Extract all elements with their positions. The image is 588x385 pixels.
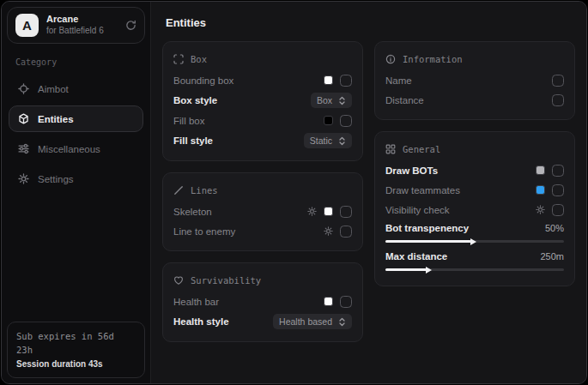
setting-row-health-bar: Health bar	[173, 292, 352, 311]
setting-label: Fill style	[173, 135, 213, 146]
slider-thumb[interactable]	[470, 238, 476, 245]
gear-icon[interactable]	[324, 226, 333, 236]
info-icon	[385, 54, 396, 64]
setting-label: Box style	[173, 95, 217, 105]
chevron-up-down-icon	[338, 136, 346, 146]
panel-title: Survivability	[191, 275, 261, 286]
slider-fill	[385, 268, 427, 271]
setting-row-draw-bots: Draw BOTs	[385, 160, 564, 180]
setting-row-distance: Distance	[385, 90, 564, 110]
slider-value: 250m	[540, 251, 564, 262]
color-swatch[interactable]	[324, 207, 333, 216]
draw-bots-checkbox[interactable]	[552, 165, 564, 177]
subscription-expiry: Sub expires in 56d 23h	[16, 329, 136, 358]
panel-title: Information	[403, 54, 463, 64]
sidebar-item-settings[interactable]: Settings	[9, 165, 143, 192]
skeleton-checkbox[interactable]	[340, 206, 352, 218]
fill-box-checkbox[interactable]	[340, 115, 352, 127]
setting-row-bounding-box: Bounding box	[173, 70, 352, 90]
sidebar-item-label: Entities	[38, 114, 74, 124]
color-swatch[interactable]	[536, 185, 545, 195]
bot-transparency-slider[interactable]	[385, 240, 564, 243]
heart-icon	[173, 275, 184, 286]
bounding-box-checkbox[interactable]	[340, 75, 352, 87]
gear-icon[interactable]	[307, 207, 317, 216]
health-bar-checkbox[interactable]	[340, 296, 352, 308]
setting-row-fill-box: Fill box	[173, 111, 352, 130]
setting-label: Max distance	[385, 251, 447, 262]
diagonal-line-icon	[173, 185, 184, 196]
slider-value: 50%	[545, 223, 564, 233]
color-swatch[interactable]	[324, 297, 333, 306]
setting-label: Draw BOTs	[385, 165, 438, 176]
setting-row-max-distance: Max distance 250m	[385, 248, 564, 276]
panel-title: Box	[191, 54, 207, 64]
app-subtitle: for Battlefield 6	[46, 26, 118, 37]
setting-label: Fill box	[173, 116, 204, 126]
unload-icon[interactable]	[125, 20, 136, 31]
slider-thumb[interactable]	[426, 267, 432, 274]
setting-label: Bounding box	[173, 75, 233, 86]
setting-label: Health style	[173, 316, 229, 327]
sidebar-item-label: Settings	[38, 174, 74, 184]
name-checkbox[interactable]	[552, 75, 564, 87]
app-logo: A	[15, 14, 39, 37]
setting-row-skeleton: Skeleton	[173, 202, 352, 221]
setting-label: Line to enemy	[173, 226, 235, 237]
sidebar-item-entities[interactable]: Entities	[9, 105, 143, 132]
gear-icon	[18, 173, 29, 184]
session-duration: Session duration 43s	[16, 358, 136, 371]
setting-label: Distance	[385, 95, 424, 105]
main-content: Entities Box Bounding box	[151, 2, 586, 383]
setting-row-visibility-check: Visibility check	[385, 200, 564, 220]
brand-text: Arcane for Battlefield 6	[46, 14, 118, 36]
panel-title: Lines	[191, 185, 218, 196]
visibility-check-checkbox[interactable]	[552, 204, 564, 216]
app-window: A Arcane for Battlefield 6 Category Aimb…	[1, 1, 587, 384]
color-swatch[interactable]	[324, 116, 333, 125]
distance-checkbox[interactable]	[552, 94, 564, 106]
page-title: Entities	[166, 16, 575, 29]
panel-box: Box Bounding box Box style Box	[162, 41, 363, 161]
cube-icon	[18, 113, 29, 124]
draw-teammates-checkbox[interactable]	[552, 184, 564, 196]
category-label: Category	[15, 57, 136, 67]
dropdown-value: Health based	[279, 316, 332, 327]
panel-lines: Lines Skeleton	[162, 172, 363, 251]
health-style-dropdown[interactable]: Health based	[273, 314, 352, 329]
gear-icon[interactable]	[536, 205, 545, 214]
sidebar-item-label: Aimbot	[38, 84, 69, 94]
slider-fill	[385, 240, 471, 243]
setting-label: Bot transpenency	[385, 223, 469, 233]
color-swatch[interactable]	[324, 75, 333, 85]
setting-label: Visibility check	[385, 205, 450, 215]
setting-row-box-style: Box style Box	[173, 90, 352, 111]
app-name: Arcane	[46, 14, 118, 26]
setting-row-draw-teammates: Draw teammates	[385, 180, 564, 200]
color-swatch[interactable]	[536, 165, 545, 175]
panel-information: Information Name Distance	[374, 41, 575, 120]
setting-label: Draw teammates	[385, 185, 460, 196]
setting-row-health-style: Health style Health based	[173, 311, 352, 332]
sidebar-item-miscellaneous[interactable]: Miscellaneous	[9, 135, 143, 162]
sidebar: A Arcane for Battlefield 6 Category Aimb…	[2, 2, 151, 383]
fill-style-dropdown[interactable]: Static	[304, 133, 352, 148]
box-corners-icon	[173, 54, 184, 64]
sidebar-item-label: Miscellaneous	[38, 144, 100, 154]
sliders-icon	[18, 143, 29, 154]
sidebar-item-aimbot[interactable]: Aimbot	[9, 75, 143, 102]
line-to-enemy-checkbox[interactable]	[340, 226, 352, 238]
setting-row-fill-style: Fill style Static	[173, 130, 352, 151]
dropdown-value: Static	[310, 135, 332, 146]
brand-card: A Arcane for Battlefield 6	[7, 7, 145, 44]
setting-label: Name	[385, 75, 412, 86]
setting-row-bot-transparency: Bot transpenency 50%	[385, 220, 564, 248]
setting-row-name: Name	[385, 70, 564, 90]
box-style-dropdown[interactable]: Box	[311, 93, 352, 108]
panel-title: General	[403, 144, 440, 154]
max-distance-slider[interactable]	[385, 268, 564, 271]
setting-label: Skeleton	[173, 207, 212, 217]
setting-row-line-to-enemy: Line to enemy	[173, 221, 352, 241]
setting-label: Health bar	[173, 297, 219, 307]
chevron-up-down-icon	[338, 96, 346, 105]
